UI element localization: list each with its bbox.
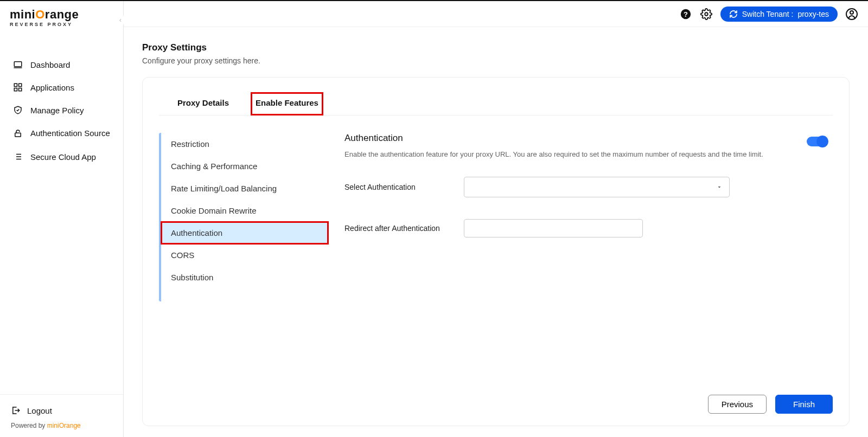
- chevron-down-icon: [716, 184, 723, 190]
- svg-point-10: [850, 11, 853, 14]
- row-select-authentication: Select Authentication: [344, 177, 827, 197]
- label-redirect-after-auth: Redirect after Authentication: [344, 224, 442, 233]
- svg-point-8: [705, 12, 708, 16]
- toggle-knob: [816, 136, 828, 147]
- tab-proxy-details[interactable]: Proxy Details: [174, 94, 232, 115]
- finish-button[interactable]: Finish: [775, 395, 833, 414]
- svg-rect-4: [19, 88, 22, 91]
- account-icon[interactable]: [845, 8, 858, 21]
- sidebar-collapse-handle[interactable]: ‹: [117, 15, 124, 25]
- sidebar-item-label: Applications: [30, 83, 74, 92]
- tab-enable-features[interactable]: Enable Features: [251, 92, 323, 115]
- svg-rect-3: [14, 88, 17, 91]
- logo: miniOrange REVERSE PROXY: [0, 1, 123, 31]
- redirect-after-auth-input[interactable]: [464, 219, 643, 237]
- sidebar-item-manage-policy[interactable]: Manage Policy: [0, 99, 123, 121]
- sidebar-item-applications[interactable]: Applications: [0, 76, 123, 99]
- lock-icon: [13, 128, 23, 138]
- sidebar-item-label: Manage Policy: [30, 106, 84, 115]
- feature-nav-caching[interactable]: Caching & Performance: [161, 155, 328, 177]
- sidebar-nav: Dashboard Applications Manage Policy Aut…: [0, 31, 123, 394]
- svg-text:?: ?: [684, 10, 688, 18]
- sidebar: ‹ miniOrange REVERSE PROXY Dashboard App…: [0, 1, 124, 437]
- svg-rect-1: [14, 83, 17, 86]
- previous-button[interactable]: Previous: [708, 395, 767, 414]
- logo-pre: mini: [10, 8, 35, 21]
- sidebar-item-secure-cloud-app[interactable]: Secure Cloud App: [0, 145, 123, 168]
- logo-tagline: REVERSE PROXY: [10, 22, 113, 27]
- powered-by: Powered by miniOrange: [11, 422, 112, 429]
- svg-rect-2: [19, 83, 22, 86]
- logo-post: range: [45, 8, 79, 21]
- switch-tenant-button[interactable]: Switch Tenant : proxy-tes: [720, 7, 838, 22]
- feature-nav: Restriction Caching & Performance Rate L…: [159, 133, 328, 301]
- feature-nav-authentication[interactable]: Authentication: [161, 222, 328, 244]
- list-icon: [13, 152, 23, 162]
- panel-title: Authentication: [344, 133, 403, 144]
- sidebar-item-label: Authentication Source: [30, 128, 110, 139]
- gear-icon[interactable]: [700, 8, 713, 21]
- sidebar-item-label: Secure Cloud App: [30, 152, 96, 162]
- tenant-label: Switch Tenant :: [742, 10, 794, 18]
- feature-nav-cors[interactable]: CORS: [161, 244, 328, 266]
- page-description: Configure your proxy settings here.: [142, 56, 850, 65]
- feature-nav-restriction[interactable]: Restriction: [161, 133, 328, 155]
- logo-accent: O: [35, 8, 45, 21]
- logout-label: Logout: [27, 406, 52, 415]
- tenant-value: proxy-tes: [797, 10, 829, 18]
- feature-nav-rate-limiting[interactable]: Rate Limiting/Load Balancing: [161, 177, 328, 200]
- powered-prefix: Powered by: [11, 422, 47, 429]
- shield-check-icon: [13, 105, 23, 115]
- refresh-icon: [729, 10, 738, 18]
- logout-button[interactable]: Logout: [11, 403, 112, 422]
- sidebar-item-dashboard[interactable]: Dashboard: [0, 53, 123, 76]
- svg-rect-0: [14, 62, 22, 67]
- tabs: Proxy Details Enable Features: [159, 94, 833, 115]
- sidebar-footer: Logout Powered by miniOrange: [0, 394, 123, 437]
- sidebar-item-label: Dashboard: [30, 60, 70, 69]
- panel-description: Enable the authentication feature for yo…: [344, 150, 827, 158]
- apps-icon: [13, 82, 23, 92]
- feature-panel: Authentication Enable the authentication…: [344, 133, 833, 384]
- svg-rect-5: [15, 133, 21, 137]
- settings-card: Proxy Details Enable Features Restrictio…: [142, 77, 850, 426]
- main: ? Switch Tenant : proxy-tes Proxy Settin…: [124, 1, 868, 437]
- laptop-icon: [13, 60, 23, 69]
- feature-body: Restriction Caching & Performance Rate L…: [159, 133, 833, 384]
- label-select-authentication: Select Authentication: [344, 183, 442, 191]
- feature-nav-substitution[interactable]: Substitution: [161, 266, 328, 288]
- sidebar-item-auth-source[interactable]: Authentication Source: [0, 121, 123, 145]
- feature-nav-cookie-rewrite[interactable]: Cookie Domain Rewrite: [161, 200, 328, 222]
- logo-text: miniOrange: [10, 8, 113, 22]
- powered-brand-link[interactable]: miniOrange: [47, 422, 81, 429]
- footer-actions: Previous Finish: [159, 384, 833, 414]
- content: Proxy Settings Configure your proxy sett…: [124, 27, 868, 437]
- select-authentication-dropdown[interactable]: [464, 177, 730, 197]
- page-title: Proxy Settings: [142, 42, 850, 53]
- authentication-toggle[interactable]: [807, 137, 827, 146]
- topbar: ? Switch Tenant : proxy-tes: [124, 1, 868, 27]
- help-icon[interactable]: ?: [679, 8, 692, 21]
- row-redirect-auth: Redirect after Authentication: [344, 219, 827, 237]
- logout-icon: [11, 406, 21, 415]
